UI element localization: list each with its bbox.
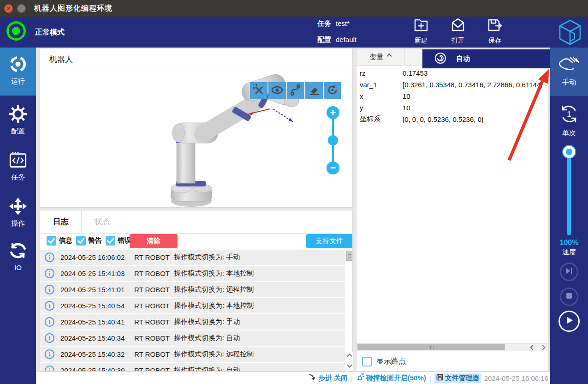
log-filter-checkbox[interactable]: 信息 [47, 236, 72, 246]
log-row[interactable]: i 2024-05-25 16:06:02 RT ROBOT 操作模式切换为: … [40, 250, 345, 265]
info-icon: i [45, 349, 54, 359]
checkbox-icon[interactable] [362, 357, 372, 366]
show-waypoints-toggle[interactable]: 显示路点 [362, 357, 406, 366]
speed-slider-handle[interactable] [563, 146, 575, 158]
collision-status[interactable]: 碰撞检测开启(50%) [356, 373, 426, 383]
new-file-icon [413, 27, 429, 35]
close-icon[interactable]: ✕ [4, 4, 13, 13]
scroll-right-button[interactable] [538, 344, 547, 351]
info-icon: i [45, 301, 54, 311]
log-row[interactable]: i 2024-05-25 15:40:34 RT ROBOT 操作模式切换为: … [40, 330, 345, 346]
task-value: test* [336, 19, 350, 27]
checkbox-icon[interactable] [106, 236, 115, 246]
checkbox-icon[interactable] [76, 236, 86, 246]
sidebar-item-run[interactable]: 运行 [0, 48, 36, 96]
save-button[interactable]: 保存 [479, 17, 511, 45]
tools-button[interactable] [250, 82, 267, 99]
speed-label: 速度 [550, 248, 588, 257]
io-swap-icon [9, 253, 27, 261]
eye-icon [271, 84, 284, 98]
speed-slider-track[interactable] [567, 150, 571, 235]
sidebar-item-config[interactable]: 配置 [0, 97, 36, 144]
sidebar-item-io[interactable]: IO [0, 234, 36, 280]
mode-indicator-icon [6, 21, 26, 41]
info-icon: i [45, 285, 54, 294]
move-arrows-icon [9, 209, 27, 217]
eye-button[interactable] [268, 82, 286, 99]
variables-header-cell[interactable]: 变量 [356, 48, 404, 65]
tools-icon [253, 84, 265, 98]
stop-button[interactable] [560, 288, 578, 306]
brand-cube-logo [557, 18, 583, 48]
single-cycle-icon: 1 [558, 119, 580, 126]
svg-text:1: 1 [567, 110, 571, 119]
step-status[interactable]: 步进 关闭 [309, 373, 348, 383]
variable-row[interactable]: y 10 [356, 102, 548, 114]
path-button[interactable] [287, 82, 304, 99]
skip-next-button[interactable] [560, 263, 578, 281]
variables-panel: 变量 rz 0.17453 var_1 [0.3261, 0.35348, 0.… [356, 48, 549, 372]
log-row[interactable]: i 2024-05-25 15:40:30 RT ROBOT 操作模式切换为: … [40, 363, 345, 371]
save-floppy-icon [487, 27, 503, 35]
scroll-left-button[interactable] [528, 344, 537, 351]
auto-swirl-icon [422, 52, 447, 66]
floppy-icon [436, 374, 443, 382]
sidebar-item-operate[interactable]: 操作 [0, 190, 36, 236]
rotate-button[interactable] [324, 82, 341, 99]
log-filter-row: 信息 警告 错误 清除 支持文件 [40, 234, 352, 250]
support-file-button[interactable]: 支持文件 [306, 234, 352, 248]
log-row[interactable]: i 2024-05-25 15:41:01 RT ROBOT 操作模式切换为: … [40, 282, 345, 297]
mode-label: 正常模式 [35, 28, 65, 37]
log-filter-checkbox[interactable]: 警告 [76, 236, 102, 246]
hscrollbar-thumb[interactable] [357, 344, 505, 350]
variable-row[interactable]: var_1 [0.3261, 0.35348, 0.73416, 2.72866… [356, 79, 548, 90]
log-scroll-down-button[interactable] [346, 362, 353, 371]
mode-dropdown-item-auto[interactable]: 自动 [422, 49, 550, 69]
robot-view-panel: 机器人 [40, 48, 353, 208]
single-run-button[interactable]: 1 单次 [550, 99, 588, 143]
open-envelope-icon [450, 27, 466, 35]
new-button[interactable]: 新建 [405, 17, 437, 45]
left-sidebar: 运行 配置 任务 操作 [0, 48, 36, 384]
file-manager-button[interactable]: 文件管理器 [434, 373, 481, 383]
status-bar: 步进 关闭 | 碰撞检测开启(50%) | 文件管理器 2024-05-25 1… [36, 372, 550, 384]
eraser-icon [308, 84, 320, 98]
config-value: default [336, 36, 356, 43]
log-scrollbar-thumb[interactable] [346, 251, 352, 261]
zoom-in-button[interactable]: + [327, 106, 339, 119]
title-bar: ✕ — 机器人图形化编程环境 [0, 0, 588, 17]
log-row[interactable]: i 2024-05-25 15:40:54 RT ROBOT 操作模式切换为: … [40, 298, 345, 313]
variables-hscrollbar[interactable] [356, 343, 548, 351]
eraser-button[interactable] [305, 82, 323, 99]
manual-mode-button[interactable]: 手动 [550, 48, 588, 96]
log-panel: 日志 状态 信息 警告 错误 清除 支持文件 i 2024-05-25 16:0… [40, 210, 353, 372]
log-row[interactable]: i 2024-05-25 15:40:41 RT ROBOT 操作模式切换为: … [40, 314, 345, 330]
zoom-out-button[interactable]: − [327, 162, 339, 174]
log-row[interactable]: i 2024-05-25 15:40:32 RT ROBOT 操作模式切换为: … [40, 347, 345, 362]
log-list[interactable]: i 2024-05-25 16:06:02 RT ROBOT 操作模式切换为: … [40, 250, 345, 371]
variable-row[interactable]: 坐标系 [0, 0, 0, 0.5236, 0.5236, 0] [356, 114, 548, 125]
play-button[interactable] [558, 311, 580, 332]
log-scroll-up-button[interactable] [346, 352, 353, 361]
speed-value: 100% [550, 239, 588, 247]
minimize-icon[interactable]: — [17, 4, 26, 13]
tab-log[interactable]: 日志 [40, 210, 82, 233]
rotate-icon [327, 84, 339, 98]
info-icon: i [45, 269, 54, 278]
log-row[interactable]: i 2024-05-25 15:41:03 RT ROBOT 操作模式切换为: … [40, 266, 345, 281]
status-divider: | [351, 374, 353, 382]
log-filter-checkbox[interactable]: 错误 [106, 236, 131, 246]
status-timestamp: 2024-05-25 16:06:16 [484, 374, 548, 382]
sidebar-item-task[interactable]: 任务 [0, 144, 36, 190]
tab-status[interactable]: 状态 [82, 210, 123, 233]
checkbox-icon[interactable] [47, 236, 56, 246]
gear-icon [9, 117, 27, 125]
hand-icon [558, 68, 581, 76]
info-icon: i [45, 366, 54, 371]
stop-icon [565, 292, 573, 301]
step-icon [309, 373, 316, 383]
zoom-slider-handle[interactable] [328, 135, 338, 145]
open-button[interactable]: 打开 [442, 17, 474, 45]
variable-row[interactable]: x 10 [356, 90, 548, 102]
clear-log-button[interactable]: 清除 [130, 234, 178, 248]
